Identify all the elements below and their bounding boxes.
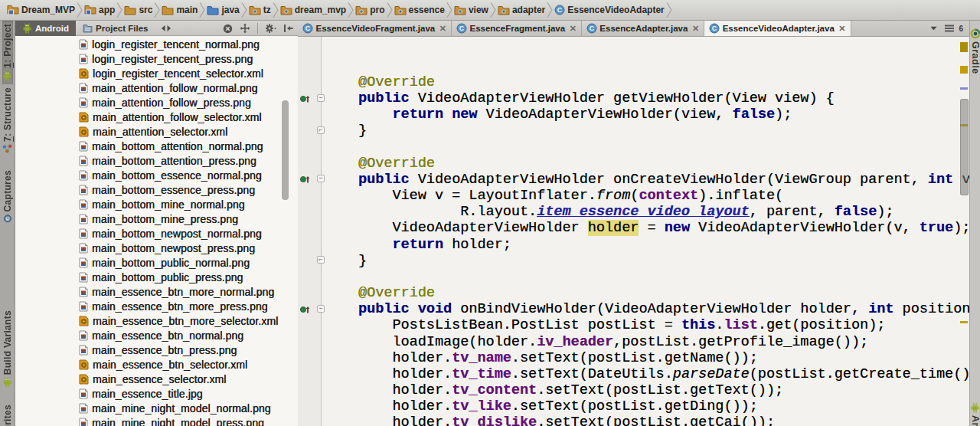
tool-window-button-gradle[interactable]: Gradle (970, 25, 980, 77)
tree-row[interactable]: main_essence_btn_selector.xml (15, 357, 298, 372)
breadcrumb-item-main[interactable]: main (162, 5, 198, 15)
breadcrumb-item-view[interactable]: view (454, 5, 488, 15)
fold-end-icon[interactable]: ⌐ (317, 256, 325, 264)
breadcrumb-item-EssenceVideoAdapter[interactable]: CEssenceVideoAdapter (554, 5, 665, 15)
tree-row[interactable]: main_essence_btn_normal.png (15, 328, 298, 342)
tool-window-button-structure[interactable]: 7: Structure (2, 84, 13, 156)
code-line: public void onBindViewHolder(VideoAdapte… (358, 301, 959, 317)
image-file-icon (79, 388, 88, 399)
fold-end-icon[interactable]: ⌐ (317, 126, 325, 134)
image-file-icon (79, 330, 88, 341)
tree-row[interactable]: main_bottom_newpost_normal.png (15, 226, 298, 241)
svg-text:C: C (557, 6, 563, 14)
tree-row[interactable]: main_essence_btn_more_press.png (15, 299, 298, 313)
tree-row[interactable]: main_attention_selector.xml (15, 124, 298, 139)
code-line: holder.tv_time.setText(DateUtils.parseDa… (358, 366, 959, 382)
tree-row[interactable]: login_register_tencent_press.png (15, 51, 298, 66)
fold-collapse-icon[interactable]: − (317, 175, 325, 182)
editor-tab-EssenceVideoFragment.java[interactable]: CEssenceVideoFragment.java✕ (298, 21, 452, 36)
fold-collapse-icon[interactable]: − (317, 305, 325, 313)
error-stripe[interactable] (959, 37, 969, 426)
image-file-icon (79, 141, 88, 152)
tool-window-button-build-variants[interactable]: Build Variants (2, 307, 13, 391)
overrides-marker-icon[interactable] (300, 304, 310, 315)
project-view-tab-android[interactable]: Android (15, 21, 76, 36)
editor[interactable]: −⌐−⌐− @Overridepublic VideoAdapterViewHo… (298, 37, 969, 426)
tree-row[interactable]: main_essence_selector.xml (15, 372, 298, 386)
tool-window-button-android-model[interactable]: Android Model (970, 399, 980, 426)
breadcrumb-item-tz[interactable]: tz (249, 5, 271, 15)
tab-close-icon[interactable]: ✕ (439, 25, 446, 33)
editor-tab-EssenceVideoAdapter.java[interactable]: CEssenceVideoAdapter.java✕ (704, 21, 851, 36)
code-token: .setText(postList.getDing()); (511, 398, 758, 415)
tree-row[interactable]: main_mine_night_model_normal.png (15, 401, 298, 415)
tab-close-icon[interactable]: ✕ (692, 25, 699, 33)
hidden-tabs-icon[interactable] (945, 25, 954, 32)
tab-close-icon[interactable]: ✕ (570, 25, 577, 33)
breadcrumb-item-adapter[interactable]: adapter (498, 5, 545, 15)
file-name: main_essence_btn_selector.xml (93, 359, 247, 371)
tree-row[interactable]: main_bottom_mine_normal.png (15, 197, 298, 211)
dropdown-arrow-icon[interactable] (930, 26, 937, 31)
locate-icon[interactable] (240, 23, 250, 34)
tree-row[interactable]: main_attention_follow_selector.xml (15, 110, 298, 124)
tree-row[interactable]: main_bottom_mine_press.png (15, 211, 298, 226)
image-file-icon (79, 54, 88, 64)
breadcrumb-item-java[interactable]: java (207, 5, 239, 15)
tree-row[interactable]: login_register_tencent_normal.png (15, 37, 298, 51)
error-stripe-mark[interactable] (960, 87, 968, 90)
tree-row[interactable]: main_attention_follow_press.png (15, 95, 298, 110)
code-token: VideoAdapterViewHolder (358, 220, 588, 236)
breadcrumb-item-essence[interactable]: essence (394, 5, 445, 15)
image-file-icon (79, 185, 88, 195)
tree-row[interactable]: main_bottom_public_press.png (15, 270, 298, 284)
breadcrumb-item-Dream_MVP[interactable]: Dream_MVP (7, 5, 75, 15)
close-icon[interactable] (223, 24, 233, 34)
tree-row[interactable]: main_essence_title.jpg (15, 386, 298, 401)
tool-window-button-captures[interactable]: Captures (2, 167, 13, 226)
breadcrumb-item-src[interactable]: src (124, 5, 152, 15)
code-token: . (715, 317, 724, 333)
code-token: @Override (358, 285, 435, 301)
tool-window-button-project[interactable]: 1: Project (2, 21, 13, 84)
tree-row[interactable]: main_essence_btn_more_selector.xml (15, 313, 298, 328)
tree-row[interactable]: main_essence_btn_more_normal.png (15, 284, 298, 299)
tree-row[interactable]: main_bottom_public_normal.png (15, 255, 298, 270)
breadcrumb-item-app[interactable]: app (84, 5, 115, 15)
chevron-right-icon (666, 2, 672, 18)
code-token: holder. (358, 366, 452, 382)
editor-tab-EssenceFragment.java[interactable]: CEssenceFragment.java✕ (452, 21, 582, 36)
tree-scrollbar[interactable] (282, 100, 289, 200)
fold-collapse-icon[interactable]: − (317, 94, 325, 102)
tree-row[interactable]: main_bottom_attention_press.png (15, 153, 298, 168)
android-robot-icon (22, 23, 32, 34)
breadcrumb-item-dream_mvp[interactable]: dream_mvp (280, 5, 346, 15)
tool-window-button-favorites[interactable]: 2: Favorites (2, 401, 13, 426)
tree-row[interactable]: main_essence_btn_press.png (15, 342, 298, 357)
tree-row[interactable]: main_bottom_attention_normal.png (15, 139, 298, 153)
file-name: main_bottom_attention_press.png (92, 155, 256, 167)
left-tool-window-bar: 1: Project7: StructureCaptures Build Var… (0, 21, 15, 426)
settings-gear-icon[interactable] (265, 23, 276, 34)
code-text[interactable]: @Overridepublic VideoAdapterViewHolder g… (322, 74, 959, 426)
hide-panel-icon[interactable] (283, 24, 293, 33)
breadcrumb-label: adapter (512, 5, 545, 15)
svg-text:C: C (712, 25, 717, 32)
breadcrumb-item-pro[interactable]: pro (355, 5, 384, 15)
tree-row[interactable]: login_register_tencent_selector.xml (15, 66, 298, 80)
error-stripe-mark[interactable] (960, 66, 968, 74)
overrides-marker-icon[interactable] (300, 174, 310, 185)
nav-arrows-icon[interactable] (161, 25, 172, 32)
project-view-tab-project-files[interactable]: Project Files (76, 21, 155, 36)
tree-row[interactable]: main_mine_night_model_press.png (15, 415, 298, 426)
overrides-marker-icon[interactable] (300, 93, 310, 104)
editor-scrollbar-thumb[interactable] (960, 99, 969, 195)
tab-close-icon[interactable]: ✕ (838, 25, 845, 33)
tree-row[interactable]: main_bottom_essence_normal.png (15, 168, 298, 182)
error-stripe-mark[interactable] (960, 42, 968, 52)
editor-tab-EssenceAdapter.java[interactable]: CEssenceAdapter.java✕ (582, 21, 704, 36)
tree-row[interactable]: main_bottom_essence_press.png (15, 182, 298, 197)
tree-row[interactable]: main_bottom_newpost_press.png (15, 241, 298, 255)
tree-row[interactable]: main_attention_follow_normal.png (15, 80, 298, 95)
error-stripe-mark[interactable] (960, 321, 968, 323)
